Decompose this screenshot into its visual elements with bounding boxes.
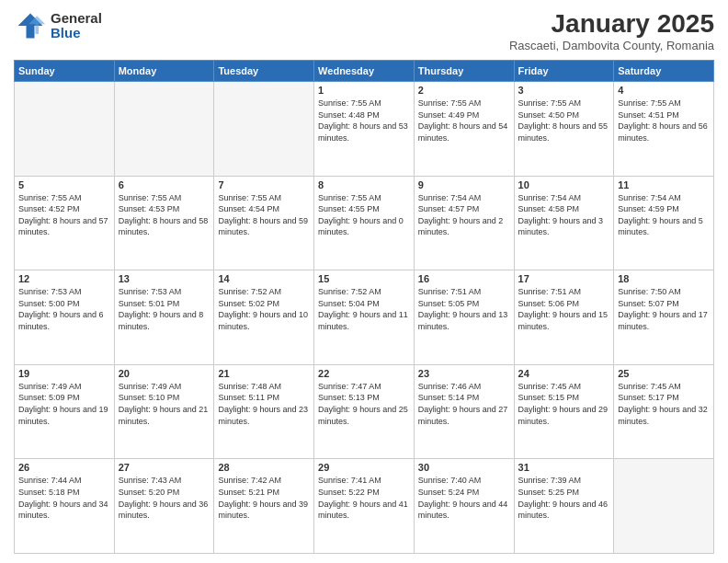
day-number: 28 <box>218 462 310 473</box>
calendar-cell: 6Sunrise: 7:55 AMSunset: 4:53 PMDaylight… <box>114 176 214 270</box>
week-row-2: 12Sunrise: 7:53 AMSunset: 5:00 PMDayligh… <box>15 270 714 365</box>
day-info: Sunrise: 7:40 AMSunset: 5:24 PMDaylight:… <box>418 475 510 521</box>
calendar-cell: 3Sunrise: 7:55 AMSunset: 4:50 PMDaylight… <box>514 82 614 177</box>
day-number: 6 <box>119 179 210 190</box>
day-number: 23 <box>418 368 510 379</box>
day-number: 22 <box>318 368 410 379</box>
day-info: Sunrise: 7:41 AMSunset: 5:22 PMDaylight:… <box>318 475 410 521</box>
week-row-4: 26Sunrise: 7:44 AMSunset: 5:18 PMDayligh… <box>15 459 714 554</box>
calendar-cell: 16Sunrise: 7:51 AMSunset: 5:05 PMDayligh… <box>414 270 514 365</box>
day-info: Sunrise: 7:44 AMSunset: 5:18 PMDaylight:… <box>18 475 110 521</box>
day-info: Sunrise: 7:55 AMSunset: 4:48 PMDaylight:… <box>318 98 410 144</box>
day-number: 10 <box>518 179 610 190</box>
day-info: Sunrise: 7:55 AMSunset: 4:53 PMDaylight:… <box>119 192 210 238</box>
day-number: 16 <box>418 273 510 284</box>
calendar-cell: 22Sunrise: 7:47 AMSunset: 5:13 PMDayligh… <box>314 364 415 459</box>
month-title: January 2025 <box>509 9 714 39</box>
calendar-cell: 4Sunrise: 7:55 AMSunset: 4:51 PMDaylight… <box>614 82 714 177</box>
calendar-cell: 20Sunrise: 7:49 AMSunset: 5:10 PMDayligh… <box>114 364 214 459</box>
logo: General Blue <box>14 9 102 42</box>
calendar-cell: 25Sunrise: 7:45 AMSunset: 5:17 PMDayligh… <box>614 364 714 459</box>
day-info: Sunrise: 7:43 AMSunset: 5:20 PMDaylight:… <box>119 475 210 521</box>
week-row-1: 5Sunrise: 7:55 AMSunset: 4:52 PMDaylight… <box>15 176 714 270</box>
calendar-cell: 8Sunrise: 7:55 AMSunset: 4:55 PMDaylight… <box>314 176 415 270</box>
calendar-cell: 10Sunrise: 7:54 AMSunset: 4:58 PMDayligh… <box>514 176 614 270</box>
day-info: Sunrise: 7:55 AMSunset: 4:51 PMDaylight:… <box>618 98 710 144</box>
calendar-cell <box>614 459 714 554</box>
day-number: 26 <box>18 462 110 473</box>
day-number: 12 <box>18 273 110 284</box>
day-info: Sunrise: 7:52 AMSunset: 5:04 PMDaylight:… <box>318 286 410 332</box>
logo-text: General Blue <box>51 11 102 41</box>
day-number: 7 <box>218 179 310 190</box>
day-number: 19 <box>18 368 110 379</box>
weekday-header-thursday: Thursday <box>414 61 514 82</box>
day-number: 2 <box>418 85 510 96</box>
weekday-header-row: SundayMondayTuesdayWednesdayThursdayFrid… <box>15 61 714 82</box>
day-info: Sunrise: 7:55 AMSunset: 4:52 PMDaylight:… <box>18 192 110 238</box>
day-info: Sunrise: 7:42 AMSunset: 5:21 PMDaylight:… <box>218 475 310 521</box>
calendar-cell: 31Sunrise: 7:39 AMSunset: 5:25 PMDayligh… <box>514 459 614 554</box>
weekday-header-saturday: Saturday <box>614 61 714 82</box>
day-number: 8 <box>318 179 410 190</box>
day-info: Sunrise: 7:48 AMSunset: 5:11 PMDaylight:… <box>218 381 310 427</box>
calendar-cell: 23Sunrise: 7:46 AMSunset: 5:14 PMDayligh… <box>414 364 514 459</box>
week-row-0: 1Sunrise: 7:55 AMSunset: 4:48 PMDaylight… <box>15 82 714 177</box>
day-info: Sunrise: 7:49 AMSunset: 5:09 PMDaylight:… <box>18 381 110 427</box>
day-number: 15 <box>318 273 410 284</box>
day-number: 5 <box>18 179 110 190</box>
day-info: Sunrise: 7:55 AMSunset: 4:49 PMDaylight:… <box>418 98 510 144</box>
day-number: 14 <box>218 273 310 284</box>
calendar-cell: 2Sunrise: 7:55 AMSunset: 4:49 PMDaylight… <box>414 82 514 177</box>
logo-icon <box>14 9 47 42</box>
calendar-cell: 27Sunrise: 7:43 AMSunset: 5:20 PMDayligh… <box>114 459 214 554</box>
day-info: Sunrise: 7:46 AMSunset: 5:14 PMDaylight:… <box>418 381 510 427</box>
calendar-cell: 24Sunrise: 7:45 AMSunset: 5:15 PMDayligh… <box>514 364 614 459</box>
calendar-cell: 30Sunrise: 7:40 AMSunset: 5:24 PMDayligh… <box>414 459 514 554</box>
day-info: Sunrise: 7:54 AMSunset: 4:57 PMDaylight:… <box>418 192 510 238</box>
calendar-cell: 11Sunrise: 7:54 AMSunset: 4:59 PMDayligh… <box>614 176 714 270</box>
weekday-header-tuesday: Tuesday <box>214 61 314 82</box>
day-number: 13 <box>119 273 210 284</box>
day-number: 9 <box>418 179 510 190</box>
calendar-cell: 17Sunrise: 7:51 AMSunset: 5:06 PMDayligh… <box>514 270 614 365</box>
day-number: 29 <box>318 462 410 473</box>
title-block: January 2025 Rascaeti, Dambovita County,… <box>509 9 714 52</box>
day-info: Sunrise: 7:39 AMSunset: 5:25 PMDaylight:… <box>518 475 610 521</box>
header: General Blue January 2025 Rascaeti, Damb… <box>14 9 714 52</box>
logo-blue-text: Blue <box>51 26 102 41</box>
day-info: Sunrise: 7:47 AMSunset: 5:13 PMDaylight:… <box>318 381 410 427</box>
day-info: Sunrise: 7:50 AMSunset: 5:07 PMDaylight:… <box>618 286 710 332</box>
day-number: 25 <box>618 368 710 379</box>
day-number: 20 <box>119 368 210 379</box>
calendar-cell: 13Sunrise: 7:53 AMSunset: 5:01 PMDayligh… <box>114 270 214 365</box>
day-number: 11 <box>618 179 710 190</box>
calendar-cell: 1Sunrise: 7:55 AMSunset: 4:48 PMDaylight… <box>314 82 415 177</box>
location-title: Rascaeti, Dambovita County, Romania <box>509 39 714 52</box>
day-info: Sunrise: 7:54 AMSunset: 4:59 PMDaylight:… <box>618 192 710 238</box>
day-info: Sunrise: 7:52 AMSunset: 5:02 PMDaylight:… <box>218 286 310 332</box>
calendar-cell: 18Sunrise: 7:50 AMSunset: 5:07 PMDayligh… <box>614 270 714 365</box>
calendar-cell <box>15 82 115 177</box>
day-info: Sunrise: 7:45 AMSunset: 5:15 PMDaylight:… <box>518 381 610 427</box>
calendar-cell: 5Sunrise: 7:55 AMSunset: 4:52 PMDaylight… <box>15 176 115 270</box>
day-number: 3 <box>518 85 610 96</box>
day-info: Sunrise: 7:45 AMSunset: 5:17 PMDaylight:… <box>618 381 710 427</box>
calendar-cell: 29Sunrise: 7:41 AMSunset: 5:22 PMDayligh… <box>314 459 415 554</box>
calendar-cell <box>114 82 214 177</box>
calendar-cell: 7Sunrise: 7:55 AMSunset: 4:54 PMDaylight… <box>214 176 314 270</box>
day-number: 27 <box>119 462 210 473</box>
calendar-table: SundayMondayTuesdayWednesdayThursdayFrid… <box>14 60 714 554</box>
calendar-cell <box>214 82 314 177</box>
day-number: 17 <box>518 273 610 284</box>
calendar-cell: 26Sunrise: 7:44 AMSunset: 5:18 PMDayligh… <box>15 459 115 554</box>
day-number: 18 <box>618 273 710 284</box>
day-info: Sunrise: 7:55 AMSunset: 4:55 PMDaylight:… <box>318 192 410 238</box>
day-info: Sunrise: 7:51 AMSunset: 5:05 PMDaylight:… <box>418 286 510 332</box>
day-number: 1 <box>318 85 410 96</box>
page: General Blue January 2025 Rascaeti, Damb… <box>0 0 728 563</box>
calendar-cell: 28Sunrise: 7:42 AMSunset: 5:21 PMDayligh… <box>214 459 314 554</box>
calendar-cell: 15Sunrise: 7:52 AMSunset: 5:04 PMDayligh… <box>314 270 415 365</box>
svg-marker-0 <box>18 14 43 39</box>
day-info: Sunrise: 7:49 AMSunset: 5:10 PMDaylight:… <box>119 381 210 427</box>
